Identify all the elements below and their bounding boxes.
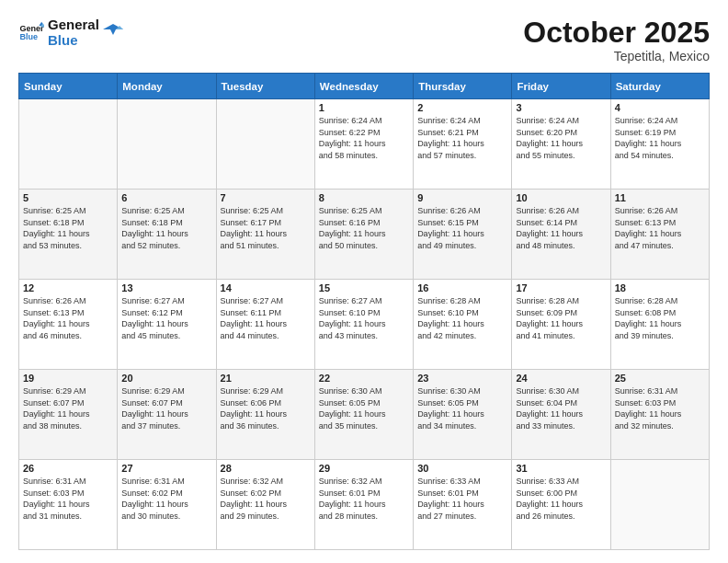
month-title: October 2025 bbox=[523, 17, 710, 49]
day-info: Sunrise: 6:27 AM Sunset: 6:10 PM Dayligh… bbox=[319, 295, 409, 341]
day-info: Sunrise: 6:33 AM Sunset: 6:00 PM Dayligh… bbox=[516, 476, 606, 522]
day-number: 25 bbox=[615, 373, 705, 384]
day-number: 12 bbox=[23, 282, 113, 293]
day-number: 3 bbox=[516, 102, 606, 113]
day-info: Sunrise: 6:26 AM Sunset: 6:14 PM Dayligh… bbox=[516, 205, 606, 251]
day-number: 16 bbox=[417, 282, 507, 293]
logo: General Blue General Blue bbox=[18, 17, 123, 49]
day-number: 10 bbox=[516, 192, 606, 203]
day-number: 7 bbox=[221, 192, 311, 203]
calendar-week-row: 12Sunrise: 6:26 AM Sunset: 6:13 PM Dayli… bbox=[19, 280, 710, 370]
day-number: 19 bbox=[23, 373, 113, 384]
day-number: 30 bbox=[417, 463, 507, 474]
calendar-cell: 22Sunrise: 6:30 AM Sunset: 6:05 PM Dayli… bbox=[314, 370, 413, 460]
svg-text:Blue: Blue bbox=[19, 33, 38, 42]
calendar-week-row: 19Sunrise: 6:29 AM Sunset: 6:07 PM Dayli… bbox=[19, 370, 710, 460]
day-info: Sunrise: 6:31 AM Sunset: 6:02 PM Dayligh… bbox=[121, 476, 211, 522]
day-number: 8 bbox=[319, 192, 409, 203]
day-number: 26 bbox=[23, 463, 113, 474]
title-block: October 2025 Tepetitla, Mexico bbox=[523, 17, 710, 63]
calendar-cell: 26Sunrise: 6:31 AM Sunset: 6:03 PM Dayli… bbox=[19, 460, 118, 550]
logo-icon: General Blue bbox=[18, 19, 44, 45]
calendar-cell bbox=[216, 99, 314, 190]
day-header-monday: Monday bbox=[118, 74, 216, 99]
day-info: Sunrise: 6:30 AM Sunset: 6:05 PM Dayligh… bbox=[319, 385, 409, 431]
calendar-week-row: 5Sunrise: 6:25 AM Sunset: 6:18 PM Daylig… bbox=[19, 190, 710, 280]
day-header-wednesday: Wednesday bbox=[314, 74, 413, 99]
day-number: 27 bbox=[121, 463, 211, 474]
day-number: 5 bbox=[23, 192, 113, 203]
calendar-cell: 24Sunrise: 6:30 AM Sunset: 6:04 PM Dayli… bbox=[512, 370, 610, 460]
day-header-tuesday: Tuesday bbox=[216, 74, 314, 99]
logo-bird-icon bbox=[103, 22, 123, 42]
day-info: Sunrise: 6:28 AM Sunset: 6:09 PM Dayligh… bbox=[516, 295, 606, 341]
calendar-cell bbox=[610, 460, 709, 550]
day-number: 11 bbox=[615, 192, 705, 203]
day-info: Sunrise: 6:26 AM Sunset: 6:13 PM Dayligh… bbox=[615, 205, 705, 251]
day-number: 2 bbox=[417, 102, 507, 113]
day-info: Sunrise: 6:24 AM Sunset: 6:21 PM Dayligh… bbox=[417, 115, 507, 161]
day-info: Sunrise: 6:29 AM Sunset: 6:06 PM Dayligh… bbox=[221, 385, 311, 431]
calendar-cell: 23Sunrise: 6:30 AM Sunset: 6:05 PM Dayli… bbox=[414, 370, 512, 460]
day-info: Sunrise: 6:25 AM Sunset: 6:16 PM Dayligh… bbox=[319, 205, 409, 251]
day-header-friday: Friday bbox=[512, 74, 610, 99]
day-info: Sunrise: 6:31 AM Sunset: 6:03 PM Dayligh… bbox=[615, 385, 705, 431]
day-info: Sunrise: 6:31 AM Sunset: 6:03 PM Dayligh… bbox=[23, 476, 113, 522]
calendar-cell bbox=[19, 99, 118, 190]
calendar-cell: 25Sunrise: 6:31 AM Sunset: 6:03 PM Dayli… bbox=[610, 370, 709, 460]
calendar-cell: 20Sunrise: 6:29 AM Sunset: 6:07 PM Dayli… bbox=[118, 370, 216, 460]
day-info: Sunrise: 6:29 AM Sunset: 6:07 PM Dayligh… bbox=[23, 385, 113, 431]
day-info: Sunrise: 6:28 AM Sunset: 6:10 PM Dayligh… bbox=[417, 295, 507, 341]
day-info: Sunrise: 6:29 AM Sunset: 6:07 PM Dayligh… bbox=[121, 385, 211, 431]
day-info: Sunrise: 6:24 AM Sunset: 6:19 PM Dayligh… bbox=[615, 115, 705, 161]
day-info: Sunrise: 6:33 AM Sunset: 6:01 PM Dayligh… bbox=[417, 476, 507, 522]
day-number: 29 bbox=[319, 463, 409, 474]
day-number: 6 bbox=[121, 192, 211, 203]
day-info: Sunrise: 6:26 AM Sunset: 6:13 PM Dayligh… bbox=[23, 295, 113, 341]
day-info: Sunrise: 6:32 AM Sunset: 6:02 PM Dayligh… bbox=[221, 476, 311, 522]
calendar-week-row: 1Sunrise: 6:24 AM Sunset: 6:22 PM Daylig… bbox=[19, 99, 710, 190]
calendar-cell: 7Sunrise: 6:25 AM Sunset: 6:17 PM Daylig… bbox=[216, 190, 314, 280]
day-number: 15 bbox=[319, 282, 409, 293]
day-info: Sunrise: 6:27 AM Sunset: 6:12 PM Dayligh… bbox=[121, 295, 211, 341]
calendar-cell: 19Sunrise: 6:29 AM Sunset: 6:07 PM Dayli… bbox=[19, 370, 118, 460]
day-number: 13 bbox=[121, 282, 211, 293]
location-subtitle: Tepetitla, Mexico bbox=[523, 49, 710, 63]
day-number: 9 bbox=[417, 192, 507, 203]
calendar-cell: 21Sunrise: 6:29 AM Sunset: 6:06 PM Dayli… bbox=[216, 370, 314, 460]
day-header-sunday: Sunday bbox=[19, 74, 118, 99]
calendar-table: SundayMondayTuesdayWednesdayThursdayFrid… bbox=[18, 73, 710, 550]
day-info: Sunrise: 6:28 AM Sunset: 6:08 PM Dayligh… bbox=[615, 295, 705, 341]
calendar-cell: 18Sunrise: 6:28 AM Sunset: 6:08 PM Dayli… bbox=[610, 280, 709, 370]
day-number: 14 bbox=[221, 282, 311, 293]
calendar-cell: 6Sunrise: 6:25 AM Sunset: 6:18 PM Daylig… bbox=[118, 190, 216, 280]
day-number: 1 bbox=[319, 102, 409, 113]
calendar-cell bbox=[118, 99, 216, 190]
page: General Blue General Blue October 2025 T… bbox=[0, 0, 728, 563]
day-number: 24 bbox=[516, 373, 606, 384]
day-number: 17 bbox=[516, 282, 606, 293]
calendar-cell: 8Sunrise: 6:25 AM Sunset: 6:16 PM Daylig… bbox=[314, 190, 413, 280]
calendar-cell: 17Sunrise: 6:28 AM Sunset: 6:09 PM Dayli… bbox=[512, 280, 610, 370]
day-info: Sunrise: 6:25 AM Sunset: 6:18 PM Dayligh… bbox=[121, 205, 211, 251]
day-header-saturday: Saturday bbox=[610, 74, 709, 99]
day-info: Sunrise: 6:32 AM Sunset: 6:01 PM Dayligh… bbox=[319, 476, 409, 522]
day-number: 21 bbox=[221, 373, 311, 384]
day-number: 28 bbox=[221, 463, 311, 474]
day-info: Sunrise: 6:30 AM Sunset: 6:05 PM Dayligh… bbox=[417, 385, 507, 431]
day-info: Sunrise: 6:26 AM Sunset: 6:15 PM Dayligh… bbox=[417, 205, 507, 251]
day-info: Sunrise: 6:30 AM Sunset: 6:04 PM Dayligh… bbox=[516, 385, 606, 431]
calendar-cell: 30Sunrise: 6:33 AM Sunset: 6:01 PM Dayli… bbox=[414, 460, 512, 550]
day-number: 31 bbox=[516, 463, 606, 474]
logo-general: General bbox=[48, 17, 99, 32]
day-info: Sunrise: 6:24 AM Sunset: 6:22 PM Dayligh… bbox=[319, 115, 409, 161]
calendar-cell: 14Sunrise: 6:27 AM Sunset: 6:11 PM Dayli… bbox=[216, 280, 314, 370]
calendar-cell: 16Sunrise: 6:28 AM Sunset: 6:10 PM Dayli… bbox=[414, 280, 512, 370]
calendar-cell: 5Sunrise: 6:25 AM Sunset: 6:18 PM Daylig… bbox=[19, 190, 118, 280]
day-info: Sunrise: 6:25 AM Sunset: 6:18 PM Dayligh… bbox=[23, 205, 113, 251]
calendar-cell: 10Sunrise: 6:26 AM Sunset: 6:14 PM Dayli… bbox=[512, 190, 610, 280]
calendar-cell: 2Sunrise: 6:24 AM Sunset: 6:21 PM Daylig… bbox=[414, 99, 512, 190]
calendar-week-row: 26Sunrise: 6:31 AM Sunset: 6:03 PM Dayli… bbox=[19, 460, 710, 550]
day-info: Sunrise: 6:24 AM Sunset: 6:20 PM Dayligh… bbox=[516, 115, 606, 161]
calendar-cell: 29Sunrise: 6:32 AM Sunset: 6:01 PM Dayli… bbox=[314, 460, 413, 550]
